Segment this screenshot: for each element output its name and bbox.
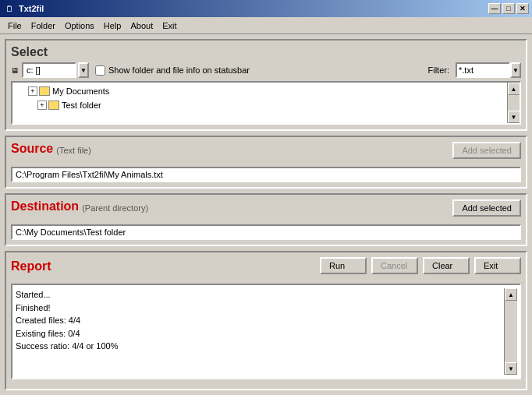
source-title: Source bbox=[11, 142, 53, 156]
source-panel: Source (Text file) Add selected bbox=[5, 136, 527, 189]
show-info-checkbox[interactable] bbox=[95, 65, 105, 76]
run-button[interactable]: Run bbox=[320, 257, 367, 274]
drive-select[interactable]: c: [] bbox=[22, 62, 76, 78]
filter-label: Filter: bbox=[428, 65, 450, 75]
expand-mydocs[interactable]: + bbox=[28, 86, 37, 96]
report-log: Started... Finished! Created files: 4/4 … bbox=[16, 288, 504, 375]
source-title-row: Source (Text file) Add selected bbox=[11, 142, 521, 159]
filter-combo[interactable]: ▼ bbox=[456, 62, 521, 78]
close-button[interactable]: ✕ bbox=[516, 3, 529, 14]
tree-content: + My Documents + Test folder bbox=[12, 83, 507, 123]
main-content: Select 🖥 c: [] ▼ Show folder and file in… bbox=[0, 34, 532, 395]
titlebar: 🗒 Txt2fil — □ ✕ bbox=[0, 0, 532, 17]
report-text-area: Started... Finished! Created files: 4/4 … bbox=[11, 284, 521, 379]
source-path-input[interactable] bbox=[11, 167, 521, 182]
drive-combo[interactable]: 🖥 c: [] ▼ bbox=[11, 62, 89, 78]
app-icon: 🗒 bbox=[3, 2, 16, 15]
menu-about[interactable]: About bbox=[126, 19, 158, 32]
expand-testfolder[interactable]: + bbox=[37, 101, 47, 110]
menu-options[interactable]: Options bbox=[60, 19, 99, 32]
tree-scrollbar[interactable]: ▲ ▼ bbox=[507, 83, 520, 123]
report-panel: Report Run Cancel Clear Exit Started... … bbox=[5, 251, 527, 390]
exit-button[interactable]: Exit bbox=[474, 257, 521, 274]
select-panel: Select 🖥 c: [] ▼ Show folder and file in… bbox=[5, 39, 527, 131]
report-scroll-up[interactable]: ▲ bbox=[505, 288, 517, 301]
destination-panel: Destination (Parent directory) Add selec… bbox=[5, 193, 527, 246]
destination-subtitle: (Parent directory) bbox=[82, 203, 148, 213]
tree-item-testfolder-label: Test folder bbox=[62, 101, 101, 110]
tree-scroll-down[interactable]: ▼ bbox=[508, 111, 520, 123]
report-scroll-track bbox=[505, 301, 517, 362]
report-buttons: Run Cancel Clear Exit bbox=[320, 257, 521, 274]
show-info-checkbox-label[interactable]: Show folder and file info on statusbar bbox=[95, 65, 250, 76]
destination-title-row: Destination (Parent directory) Add selec… bbox=[11, 199, 521, 217]
drive-dropdown-arrow[interactable]: ▼ bbox=[78, 62, 89, 78]
report-scrollbar[interactable]: ▲ ▼ bbox=[504, 288, 516, 375]
clear-button[interactable]: Clear bbox=[423, 257, 470, 274]
menu-exit[interactable]: Exit bbox=[158, 19, 181, 32]
tree-scroll-up[interactable]: ▲ bbox=[508, 83, 520, 95]
cancel-button[interactable]: Cancel bbox=[371, 257, 418, 274]
source-subtitle: (Text file) bbox=[56, 146, 91, 155]
menu-file[interactable]: File bbox=[3, 19, 27, 32]
menu-folder[interactable]: Folder bbox=[27, 19, 60, 32]
select-controls: 🖥 c: [] ▼ Show folder and file info on s… bbox=[11, 62, 521, 78]
folder-icon-testfolder bbox=[48, 101, 59, 110]
destination-path-input[interactable] bbox=[11, 224, 521, 240]
filter-dropdown-arrow[interactable]: ▼ bbox=[510, 62, 521, 78]
destination-add-selected-button[interactable]: Add selected bbox=[452, 199, 521, 217]
report-title: Report bbox=[11, 259, 51, 273]
source-add-selected-button[interactable]: Add selected bbox=[452, 142, 521, 159]
destination-title: Destination bbox=[11, 199, 79, 213]
tree-item-testfolder[interactable]: + Test folder bbox=[16, 98, 504, 112]
select-title: Select bbox=[11, 45, 521, 59]
menu-help[interactable]: Help bbox=[99, 19, 126, 32]
folder-icon-mydocs bbox=[39, 86, 50, 96]
tree-scroll-track bbox=[508, 95, 520, 111]
file-tree[interactable]: + My Documents + Test folder ▲ ▼ bbox=[11, 81, 521, 125]
tree-item-mydocs[interactable]: + My Documents bbox=[16, 84, 504, 98]
drive-icon: 🖥 bbox=[11, 66, 19, 75]
window-controls[interactable]: — □ ✕ bbox=[488, 3, 529, 14]
window-title: Txt2fil bbox=[19, 4, 488, 13]
maximize-button[interactable]: □ bbox=[502, 3, 515, 14]
menubar: File Folder Options Help About Exit bbox=[0, 17, 532, 34]
minimize-button[interactable]: — bbox=[488, 3, 501, 14]
report-title-row: Report Run Cancel Clear Exit bbox=[11, 257, 521, 279]
filter-input[interactable] bbox=[456, 62, 510, 78]
report-scroll-down[interactable]: ▼ bbox=[505, 362, 517, 375]
tree-item-mydocs-label: My Documents bbox=[52, 86, 109, 96]
